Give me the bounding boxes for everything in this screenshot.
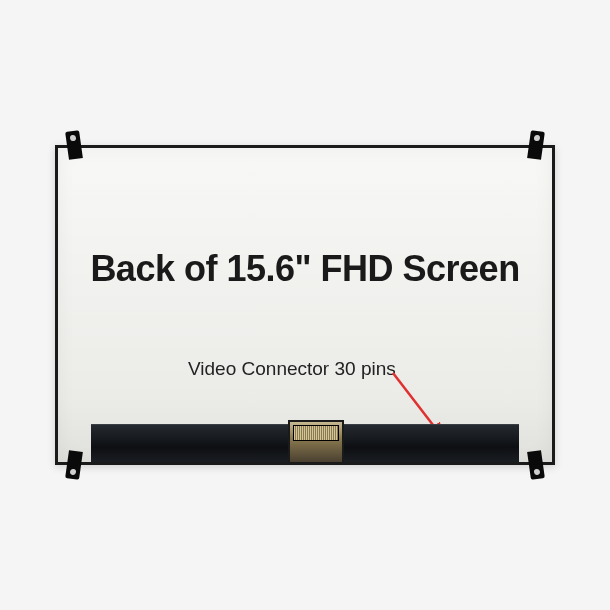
video-connector [288, 420, 344, 462]
headline-text: Back of 15.6" FHD Screen [58, 248, 552, 290]
mounting-bracket-top-left [65, 130, 83, 160]
screen-panel: Back of 15.6" FHD Screen Video Connector… [55, 145, 555, 465]
connector-label: Video Connector 30 pins [188, 358, 396, 380]
mounting-bracket-bottom-left [65, 450, 83, 480]
screen-back-diagram: Back of 15.6" FHD Screen Video Connector… [35, 125, 575, 485]
